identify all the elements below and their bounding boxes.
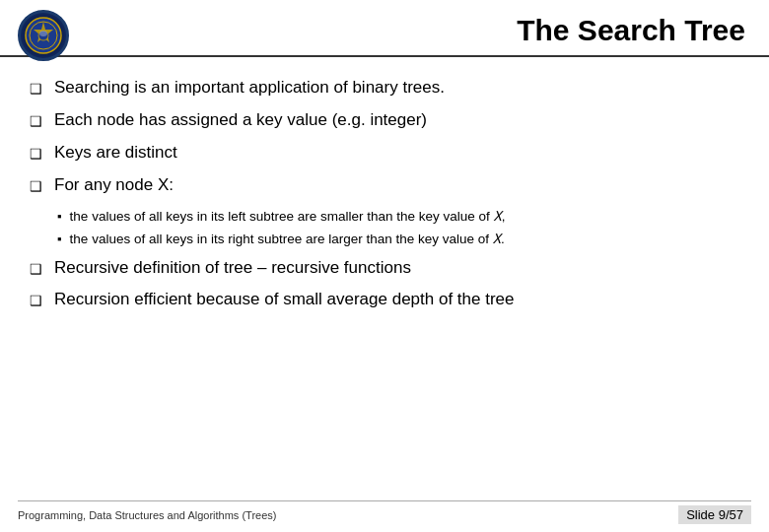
bullet-icon-6: ❑ xyxy=(30,292,42,310)
bullet-text-2: Each node has assigned a key value (e.g.… xyxy=(54,109,427,132)
bullet-text-5: Recursive definition of tree – recursive… xyxy=(54,257,411,280)
sub-bullet-text-2: the values of all keys in its right subt… xyxy=(70,230,505,249)
bullet-text-3: Keys are distinct xyxy=(54,142,177,165)
bullet-icon-4: ❑ xyxy=(30,177,42,196)
logo-circle xyxy=(18,10,69,61)
sub-bullet-item-2: ▪ the values of all keys in its right su… xyxy=(57,230,739,249)
bullet-icon-1: ❑ xyxy=(30,80,42,99)
footer: Programming, Data Structures and Algorit… xyxy=(18,500,751,524)
bullet-text-4: For any node X: xyxy=(54,174,174,197)
slide: The Search Tree ❑ Searching is an import… xyxy=(0,0,769,532)
sub-bullet-marker-1: ▪ xyxy=(57,208,62,226)
logo xyxy=(18,10,69,61)
bullet-item-2: ❑ Each node has assigned a key value (e.… xyxy=(30,109,739,132)
bullet-icon-5: ❑ xyxy=(30,260,42,279)
footer-left-text: Programming, Data Structures and Algorit… xyxy=(18,509,276,521)
bullet-item-4: ❑ For any node X: xyxy=(30,174,739,197)
bullet-item-5: ❑ Recursive definition of tree – recursi… xyxy=(30,257,739,280)
sub-bullet-item-1: ▪ the values of all keys in its left sub… xyxy=(57,207,739,227)
bullet-item-1: ❑ Searching is an important application … xyxy=(30,77,739,100)
sub-bullet-marker-2: ▪ xyxy=(57,231,62,248)
bullet-icon-3: ❑ xyxy=(30,145,42,164)
bullet-item-6: ❑ Recursion efficient because of small a… xyxy=(30,289,739,311)
bullet-text-6: Recursion efficient because of small ave… xyxy=(54,289,515,311)
sub-bullet-list: ▪ the values of all keys in its left sub… xyxy=(57,207,739,249)
main-bullet-list: ❑ Searching is an important application … xyxy=(30,77,739,197)
sub-bullet-text-1: the values of all keys in its left subtr… xyxy=(70,207,506,227)
header: The Search Tree xyxy=(0,0,769,57)
bullet-text-1: Searching is an important application of… xyxy=(54,77,445,100)
slide-number: Slide 9/57 xyxy=(678,505,751,524)
slide-title: The Search Tree xyxy=(517,14,745,47)
bullet-icon-2: ❑ xyxy=(30,112,42,131)
main-content: ❑ Searching is an important application … xyxy=(0,73,769,311)
secondary-bullet-list: ❑ Recursive definition of tree – recursi… xyxy=(30,257,739,312)
bullet-item-3: ❑ Keys are distinct xyxy=(30,142,739,165)
svg-point-4 xyxy=(39,31,47,36)
